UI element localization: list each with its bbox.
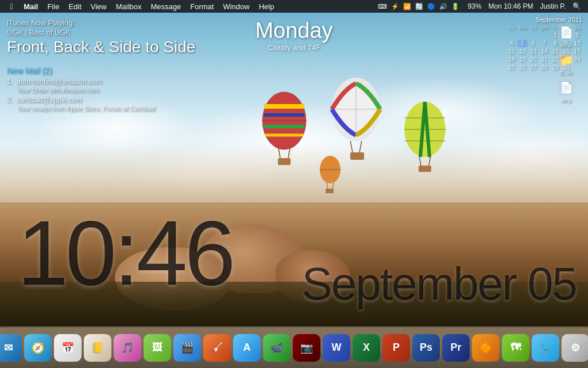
- cal-header: Su: [506, 24, 517, 31]
- desktop-icon[interactable]: 📁 D..ds: [549, 51, 583, 76]
- cal-day: [517, 32, 528, 39]
- apple-menu[interactable]: : [5, 0, 19, 13]
- menu-edit[interactable]: Edit: [64, 0, 86, 13]
- user-display: Justin P.: [538, 2, 568, 10]
- cal-day[interactable]: 20: [528, 56, 539, 63]
- clock-time: 10:46: [17, 201, 233, 304]
- dock-item-photoshop[interactable]: Ps: [412, 334, 440, 362]
- clock-display: 10:46: [17, 207, 233, 299]
- cal-day[interactable]: 18: [506, 56, 517, 63]
- mail-widget: New Mail (2) 1. auto-confirm@amazon.com …: [7, 66, 156, 112]
- mail-email-1: auto-confirm@amazon.com: [17, 78, 102, 86]
- dock-item-excel[interactable]: X: [353, 334, 380, 362]
- dock-item-premiere[interactable]: Pr: [442, 334, 470, 362]
- cal-day[interactable]: 6: [528, 40, 539, 47]
- dock-icon: 🎸: [203, 334, 231, 362]
- svg-rect-27: [326, 189, 334, 193]
- dock-item-facetime[interactable]: 📹: [263, 334, 291, 362]
- dock-icon: 🔶: [472, 334, 500, 362]
- mail-email-2: carlsbad@apple.com: [17, 96, 82, 104]
- dock-icon: 📷: [293, 334, 320, 362]
- dock-icon: 🧭: [24, 334, 52, 362]
- dock-item-maps[interactable]: 🗺: [502, 334, 529, 362]
- svg-line-26: [332, 183, 334, 189]
- menu-window[interactable]: Window: [218, 0, 254, 13]
- desktop-icon[interactable]: 📄 de p: [549, 78, 583, 103]
- dock-item-itunes[interactable]: 🎵: [114, 334, 141, 362]
- cal-day[interactable]: 4: [506, 40, 517, 47]
- menu-app-name[interactable]: Mail: [19, 0, 42, 13]
- battery-percentage: 93%: [465, 2, 483, 10]
- cal-day[interactable]: 27: [528, 64, 539, 71]
- svg-line-25: [327, 183, 328, 189]
- desktop-icon[interactable]: 📄 M..D: [549, 23, 583, 48]
- svg-rect-15: [350, 152, 364, 160]
- dock-icon: 🎵: [114, 334, 141, 362]
- cal-day[interactable]: 13: [528, 48, 539, 55]
- dock-icon: W: [323, 334, 350, 362]
- dock-icon: A: [233, 334, 261, 362]
- menu-help[interactable]: Help: [254, 0, 279, 13]
- menubar-icons: ⌨ ⚡ 📶 🔄 🔵 🔊 🔋: [376, 3, 463, 10]
- cal-day[interactable]: 14: [539, 48, 550, 55]
- date-display: September 05: [301, 258, 577, 310]
- dock-icon: Pr: [442, 334, 470, 362]
- mail-item-2: 2. carlsbad@apple.com: [7, 96, 156, 104]
- dock-item-iphoto[interactable]: 🖼: [144, 334, 171, 362]
- cal-day: [539, 32, 550, 39]
- date-text: September 05: [301, 258, 577, 309]
- dock-item-safari[interactable]: 🧭: [24, 334, 52, 362]
- cal-day[interactable]: 26: [517, 64, 528, 71]
- cal-day[interactable]: 5: [517, 40, 528, 47]
- svg-line-14: [359, 141, 362, 152]
- dock-icon: ✉: [0, 334, 22, 362]
- balloons-decoration: [230, 69, 517, 213]
- mail-number-1: 1.: [7, 78, 13, 86]
- cal-day[interactable]: 12: [517, 48, 528, 55]
- dock-icon: X: [353, 334, 380, 362]
- cal-day[interactable]: 19: [517, 56, 528, 63]
- menu-file[interactable]: File: [42, 0, 64, 13]
- dock-item-photo-booth[interactable]: 📷: [293, 334, 320, 362]
- dock-item-app-store[interactable]: A: [233, 334, 261, 362]
- calendar-month-year: September 2011: [506, 16, 582, 23]
- dock-item-vlc[interactable]: 🔶: [472, 334, 500, 362]
- desktop-icons: 📄 M..D 📁 D..ds 📄 de p: [549, 23, 583, 103]
- weather-condition: Cloudy and 74F: [0, 43, 588, 52]
- mail-header: New Mail (2): [7, 66, 156, 75]
- menu-message[interactable]: Message: [146, 0, 186, 13]
- dock-icon: 📒: [84, 334, 111, 362]
- dock-item-imovie[interactable]: 🎬: [173, 334, 201, 362]
- menu-mailbox[interactable]: Mailbox: [111, 0, 146, 13]
- svg-line-13: [350, 141, 353, 152]
- dock-item-ical[interactable]: 📅: [54, 334, 82, 362]
- dock-icon: 🖼: [144, 334, 171, 362]
- dock-item-powerpoint[interactable]: P: [382, 334, 410, 362]
- spotlight-icon[interactable]: 🔍: [570, 2, 583, 10]
- cal-day[interactable]: 7: [539, 40, 550, 47]
- cal-day[interactable]: 11: [506, 48, 517, 55]
- menu-view[interactable]: View: [86, 0, 111, 13]
- desktop-icon-image: 📄: [557, 23, 575, 41]
- cal-header: Mo: [517, 24, 528, 31]
- desktop-icon-label: de p: [561, 98, 571, 103]
- dock-icon: Ps: [412, 334, 440, 362]
- dock-item-address-book[interactable]: 📒: [84, 334, 111, 362]
- dock-icon: 📹: [263, 334, 291, 362]
- dock-item-mail[interactable]: ✉: [0, 334, 22, 362]
- menu-left:  Mail File Edit View Mailbox Message Fo…: [5, 0, 376, 13]
- menu-format[interactable]: Format: [185, 0, 218, 13]
- dock-item-system-preferences[interactable]: ⚙: [562, 334, 588, 362]
- cal-header: We: [539, 24, 550, 31]
- dock-item-word[interactable]: W: [323, 334, 350, 362]
- dock-item-twitter[interactable]: 🐦: [532, 334, 559, 362]
- cal-day[interactable]: 28: [539, 64, 550, 71]
- cal-header: Tu: [528, 24, 539, 31]
- weather-widget: Monday Cloudy and 74F: [0, 18, 588, 52]
- cal-day: [528, 32, 539, 39]
- cal-day[interactable]: 21: [539, 56, 550, 63]
- menubar:  Mail File Edit View Mailbox Message Fo…: [0, 0, 588, 13]
- cal-day[interactable]: 25: [506, 64, 517, 71]
- dock-item-garageband[interactable]: 🎸: [203, 334, 231, 362]
- desktop:  Mail File Edit View Mailbox Message Fo…: [0, 0, 588, 368]
